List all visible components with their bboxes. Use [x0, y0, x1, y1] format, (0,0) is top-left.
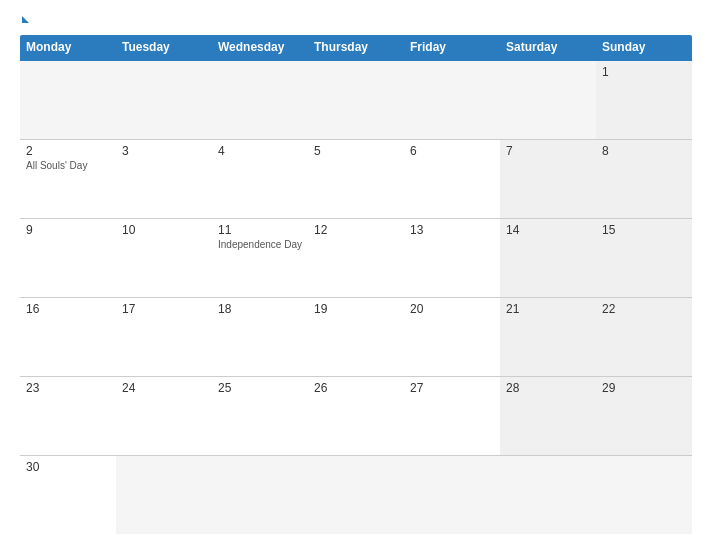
calendar-cell	[596, 456, 692, 534]
calendar-cell: 17	[116, 298, 212, 376]
day-number: 30	[26, 460, 110, 474]
calendar-cell: 7	[500, 140, 596, 218]
calendar-cell: 4	[212, 140, 308, 218]
day-number: 28	[506, 381, 590, 395]
header-friday: Friday	[404, 35, 500, 59]
calendar-week-1: 1	[20, 59, 692, 139]
page: Monday Tuesday Wednesday Thursday Friday…	[0, 0, 712, 550]
calendar-cell	[116, 456, 212, 534]
calendar-cell: 13	[404, 219, 500, 297]
calendar-cell	[308, 456, 404, 534]
day-number: 3	[122, 144, 206, 158]
calendar-week-5: 23242526272829	[20, 376, 692, 455]
calendar-cell: 12	[308, 219, 404, 297]
calendar: Monday Tuesday Wednesday Thursday Friday…	[20, 35, 692, 534]
calendar-cell	[212, 456, 308, 534]
day-number: 16	[26, 302, 110, 316]
calendar-cell: 14	[500, 219, 596, 297]
calendar-cell: 26	[308, 377, 404, 455]
calendar-cell: 8	[596, 140, 692, 218]
calendar-cell: 2All Souls' Day	[20, 140, 116, 218]
calendar-cell	[308, 61, 404, 139]
day-event: All Souls' Day	[26, 160, 110, 172]
day-number: 22	[602, 302, 686, 316]
calendar-cell: 3	[116, 140, 212, 218]
calendar-cell: 24	[116, 377, 212, 455]
day-number: 23	[26, 381, 110, 395]
calendar-cell	[404, 456, 500, 534]
calendar-cell: 25	[212, 377, 308, 455]
calendar-cell: 22	[596, 298, 692, 376]
calendar-cell: 27	[404, 377, 500, 455]
calendar-cell: 10	[116, 219, 212, 297]
header-thursday: Thursday	[308, 35, 404, 59]
calendar-week-2: 2All Souls' Day345678	[20, 139, 692, 218]
calendar-cell: 9	[20, 219, 116, 297]
calendar-cell: 29	[596, 377, 692, 455]
day-number: 11	[218, 223, 302, 237]
day-number: 13	[410, 223, 494, 237]
calendar-cell	[500, 61, 596, 139]
calendar-cell	[500, 456, 596, 534]
calendar-cell: 23	[20, 377, 116, 455]
day-number: 19	[314, 302, 398, 316]
day-number: 5	[314, 144, 398, 158]
day-number: 18	[218, 302, 302, 316]
calendar-cell	[116, 61, 212, 139]
calendar-cell: 21	[500, 298, 596, 376]
logo-triangle-icon	[22, 16, 29, 23]
header-monday: Monday	[20, 35, 116, 59]
calendar-cell: 5	[308, 140, 404, 218]
calendar-week-4: 16171819202122	[20, 297, 692, 376]
calendar-body: 12All Souls' Day34567891011Independence …	[20, 59, 692, 534]
day-number: 7	[506, 144, 590, 158]
calendar-header: Monday Tuesday Wednesday Thursday Friday…	[20, 35, 692, 59]
calendar-cell: 18	[212, 298, 308, 376]
header-tuesday: Tuesday	[116, 35, 212, 59]
day-number: 29	[602, 381, 686, 395]
day-number: 9	[26, 223, 110, 237]
day-number: 15	[602, 223, 686, 237]
calendar-cell	[212, 61, 308, 139]
day-number: 1	[602, 65, 686, 79]
logo-blue-text	[20, 16, 29, 25]
calendar-cell: 30	[20, 456, 116, 534]
calendar-cell: 19	[308, 298, 404, 376]
calendar-cell: 6	[404, 140, 500, 218]
day-event: Independence Day	[218, 239, 302, 251]
day-number: 6	[410, 144, 494, 158]
day-number: 10	[122, 223, 206, 237]
calendar-week-6: 30	[20, 455, 692, 534]
calendar-cell: 16	[20, 298, 116, 376]
calendar-cell: 11Independence Day	[212, 219, 308, 297]
calendar-cell: 15	[596, 219, 692, 297]
header	[20, 16, 692, 25]
day-number: 8	[602, 144, 686, 158]
header-saturday: Saturday	[500, 35, 596, 59]
day-number: 21	[506, 302, 590, 316]
calendar-cell: 1	[596, 61, 692, 139]
day-number: 14	[506, 223, 590, 237]
day-number: 24	[122, 381, 206, 395]
calendar-week-3: 91011Independence Day12131415	[20, 218, 692, 297]
day-number: 12	[314, 223, 398, 237]
day-number: 26	[314, 381, 398, 395]
calendar-cell	[404, 61, 500, 139]
day-number: 2	[26, 144, 110, 158]
logo	[20, 16, 29, 25]
calendar-cell: 28	[500, 377, 596, 455]
day-number: 17	[122, 302, 206, 316]
day-number: 27	[410, 381, 494, 395]
header-sunday: Sunday	[596, 35, 692, 59]
header-wednesday: Wednesday	[212, 35, 308, 59]
day-number: 25	[218, 381, 302, 395]
calendar-cell: 20	[404, 298, 500, 376]
day-number: 4	[218, 144, 302, 158]
day-number: 20	[410, 302, 494, 316]
calendar-cell	[20, 61, 116, 139]
